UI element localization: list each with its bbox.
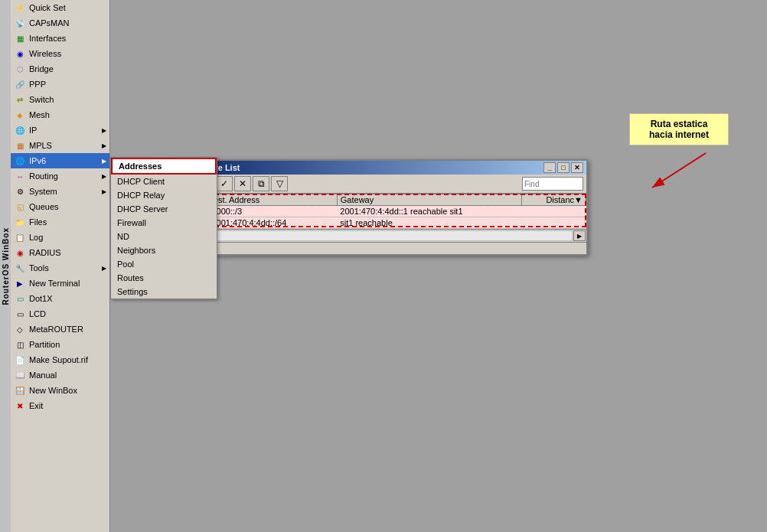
sidebar-item-label: CAPsMAN bbox=[29, 18, 106, 28]
quick-set-icon: ⚡ bbox=[14, 2, 26, 14]
check-button[interactable]: ✓ bbox=[216, 176, 233, 191]
sidebar-item-new-terminal[interactable]: ▶ New Terminal bbox=[11, 276, 109, 291]
dot1x-icon: ▭ bbox=[14, 292, 26, 305]
interfaces-icon: ▦ bbox=[14, 32, 26, 44]
submenu-item-nd[interactable]: ND bbox=[111, 230, 217, 243]
row-distance bbox=[522, 217, 586, 229]
sidebar-item-wireless[interactable]: ◉ Wireless bbox=[11, 46, 109, 61]
submenu-item-firewall[interactable]: Firewall bbox=[111, 216, 217, 230]
col-distance[interactable]: Distanc▼ bbox=[522, 194, 586, 206]
submenu-item-dhcp-server[interactable]: DHCP Server bbox=[111, 202, 217, 216]
sidebar-item-mpls[interactable]: ▦ MPLS ▶ bbox=[11, 138, 109, 153]
sidebar-item-ip[interactable]: 🌐 IP ▶ bbox=[11, 122, 109, 138]
sidebar-item-label: IPv6 bbox=[29, 156, 106, 165]
row-gateway: sit1 reachable bbox=[337, 217, 521, 229]
partition-icon: ◫ bbox=[14, 338, 26, 351]
sidebar-item-exit[interactable]: ✖ Exit bbox=[11, 398, 109, 413]
window-toolbar: + − ✓ ✕ ⧉ ▽ bbox=[176, 175, 586, 194]
sidebar-item-label: Exit bbox=[29, 401, 106, 410]
submenu-item-pool[interactable]: Pool bbox=[111, 257, 217, 271]
sidebar-item-manual[interactable]: 📖 Manual bbox=[11, 367, 109, 383]
capsman-icon: 📡 bbox=[14, 17, 26, 29]
sidebar-item-queues[interactable]: ◱ Queues bbox=[11, 199, 109, 214]
sidebar-item-routing[interactable]: ↔ Routing ▶ bbox=[11, 168, 109, 184]
copy-button[interactable]: ⧉ bbox=[253, 176, 269, 191]
sidebar-item-bridge[interactable]: ⬡ Bridge bbox=[11, 61, 109, 77]
tools-icon: 🔧 bbox=[14, 262, 26, 274]
sidebar-item-switch[interactable]: ⇄ Switch bbox=[11, 92, 109, 107]
mpls-arrow-icon: ▶ bbox=[102, 142, 106, 149]
sidebar-item-label: Queues bbox=[29, 202, 106, 211]
close-button[interactable]: ✕ bbox=[571, 162, 583, 173]
ipv6-submenu: Addresses DHCP Client DHCP Relay DHCP Se… bbox=[110, 157, 217, 299]
sidebar-item-tools[interactable]: 🔧 Tools ▶ bbox=[11, 260, 109, 276]
col-dst-address[interactable]: Dst. Address bbox=[208, 194, 337, 206]
sidebar-item-label: Make Supout.rif bbox=[29, 355, 106, 364]
sidebar-item-ppp[interactable]: 🔗 PPP bbox=[11, 77, 109, 92]
filter-button[interactable]: ▽ bbox=[271, 176, 288, 191]
sidebar-item-lcd[interactable]: ▭ LCD bbox=[11, 306, 109, 321]
submenu-item-neighbors[interactable]: Neighbors bbox=[111, 243, 217, 257]
submenu-item-dhcp-client[interactable]: DHCP Client bbox=[111, 175, 217, 188]
sidebar-item-label: Wireless bbox=[29, 49, 106, 58]
table-row[interactable]: DAC ▶ 2001:470:4:4dd::/64 sit1 reachable bbox=[177, 217, 586, 229]
submenu-item-routes[interactable]: Routes bbox=[111, 271, 217, 285]
sidebar-item-metarouter[interactable]: ◇ MetaROUTER bbox=[11, 321, 109, 337]
row-distance bbox=[522, 206, 586, 217]
sidebar-item-partition[interactable]: ◫ Partition bbox=[11, 337, 109, 352]
sidebar-item-ipv6[interactable]: 🌐 IPv6 ▶ bbox=[11, 153, 109, 168]
routing-icon: ↔ bbox=[14, 170, 26, 182]
submenu-item-settings[interactable]: Settings bbox=[111, 285, 217, 299]
sidebar-item-new-winbox[interactable]: 🪟 New WinBox bbox=[11, 383, 109, 398]
sidebar-item-make-supout[interactable]: 📄 Make Supout.rif bbox=[11, 352, 109, 367]
horizontal-scrollbar: ◀ ▶ bbox=[176, 229, 586, 242]
sidebar-item-system[interactable]: ⚙ System ▶ bbox=[11, 184, 109, 199]
tooltip-text: Ruta estatica hacia internet bbox=[649, 119, 709, 140]
window-title: IPv6 Route List bbox=[179, 163, 543, 172]
metarouter-icon: ◇ bbox=[14, 323, 26, 335]
sidebar-item-radius[interactable]: ◉ RADIUS bbox=[11, 245, 109, 260]
submenu-item-addresses[interactable]: Addresses bbox=[111, 158, 217, 175]
system-icon: ⚙ bbox=[14, 185, 26, 197]
sidebar-item-label: System bbox=[29, 187, 106, 196]
minimize-button[interactable]: _ bbox=[543, 162, 556, 173]
submenu-nd-label: ND bbox=[117, 232, 129, 241]
sidebar-item-label: PPP bbox=[29, 80, 106, 89]
table-row[interactable]: AS ▶ 2000::/3 2001:470:4:4dd::1 reachabl… bbox=[177, 206, 586, 217]
sidebar-item-mesh[interactable]: ◈ Mesh bbox=[11, 107, 109, 122]
submenu-settings-label: Settings bbox=[117, 287, 148, 296]
route-table-body: AS ▶ 2000::/3 2001:470:4:4dd::1 reachabl… bbox=[177, 206, 586, 229]
sidebar-item-dot1x[interactable]: ▭ Dot1X bbox=[11, 291, 109, 306]
sidebar-item-label: Routing bbox=[29, 171, 106, 181]
sidebar-item-label: LCD bbox=[29, 309, 106, 318]
sidebar-item-label: Files bbox=[29, 217, 106, 227]
sidebar-item-interfaces[interactable]: ▦ Interfaces bbox=[11, 31, 109, 46]
sidebar-item-label: New WinBox bbox=[29, 386, 106, 395]
sidebar-item-log[interactable]: 📋 Log bbox=[11, 230, 109, 245]
find-box bbox=[522, 177, 583, 191]
sidebar-item-quick-set[interactable]: ⚡ Quick Set bbox=[11, 0, 109, 15]
submenu-addresses-label: Addresses bbox=[119, 162, 162, 171]
sidebar-item-label: New Terminal bbox=[29, 279, 106, 288]
sidebar-item-label: RADIUS bbox=[29, 248, 106, 257]
submenu-item-dhcp-relay[interactable]: DHCP Relay bbox=[111, 188, 217, 202]
sidebar-item-label: Interfaces bbox=[29, 34, 106, 43]
wireless-icon: ◉ bbox=[14, 47, 26, 60]
mpls-icon: ▦ bbox=[14, 139, 26, 152]
scroll-track[interactable] bbox=[190, 230, 573, 241]
sidebar-item-capsman[interactable]: 📡 CAPsMAN bbox=[11, 15, 109, 31]
radius-icon: ◉ bbox=[14, 246, 26, 259]
tools-arrow-icon: ▶ bbox=[102, 265, 106, 272]
ip-icon: 🌐 bbox=[14, 124, 26, 136]
sidebar-item-files[interactable]: 📁 Files bbox=[11, 214, 109, 230]
maximize-button[interactable]: □ bbox=[557, 162, 570, 173]
col-gateway[interactable]: Gateway bbox=[337, 194, 521, 206]
row-gateway: 2001:470:4:4dd::1 reachable sit1 bbox=[337, 206, 521, 217]
system-arrow-icon: ▶ bbox=[102, 188, 106, 195]
submenu-routes-label: Routes bbox=[117, 273, 144, 282]
files-icon: 📁 bbox=[14, 216, 26, 228]
scroll-right-button[interactable]: ▶ bbox=[573, 230, 586, 241]
find-input[interactable] bbox=[522, 177, 583, 191]
cancel-button[interactable]: ✕ bbox=[234, 176, 251, 191]
ppp-icon: 🔗 bbox=[14, 78, 26, 90]
